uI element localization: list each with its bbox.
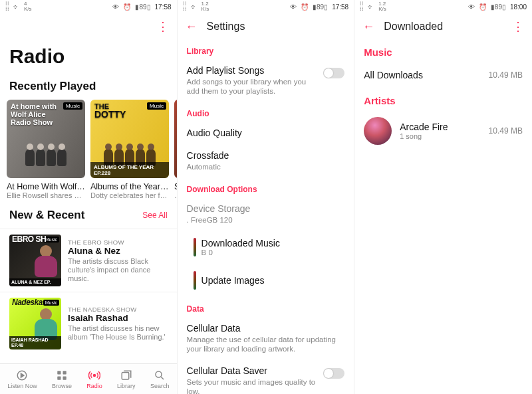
apple-music-badge-icon: Music <box>43 300 59 306</box>
play-circle-icon <box>16 369 28 381</box>
grid-icon <box>56 369 68 381</box>
battery-icon: ▮89▯ <box>491 3 506 11</box>
svg-rect-2 <box>63 371 66 374</box>
show-sub: Ellie Rowsell shares a… <box>7 191 85 199</box>
net-rate: 1.2K/s <box>201 1 209 12</box>
signal-icon: ⁞⁞⁞⁞ <box>5 1 9 12</box>
row-title: Crossfade <box>187 150 345 161</box>
show-sub: Dotty celebrates her f… <box>90 191 169 199</box>
signal-icon: ⁞⁞⁞⁞ <box>183 1 187 12</box>
row-subtitle: Sets your music and images quality to lo… <box>187 377 319 394</box>
show-tile[interactable] <box>174 100 177 178</box>
status-bar: ⁞⁞⁞⁞ ᯤ 1.2K/s 👁 ⏰ ▮89▯ 18:00 <box>354 0 532 13</box>
row-subtitle: Add songs to your library when you add t… <box>187 77 319 96</box>
svg-point-7 <box>156 371 162 377</box>
artist-avatar <box>364 117 392 145</box>
overflow-menu-icon[interactable]: ⋮ <box>157 23 169 30</box>
library-section-header: Library <box>178 40 354 60</box>
downloaded-music-row[interactable]: Downloaded Music B 0 <box>178 231 354 264</box>
download-section-header: Download Options <box>178 178 354 198</box>
wifi-icon: ᯤ <box>191 3 198 11</box>
appbar-title: Settings <box>207 21 245 33</box>
row-title: Cellular Data Saver <box>187 365 319 376</box>
tab-browse[interactable]: Browse <box>52 369 72 389</box>
wifi-icon: ᯤ <box>13 3 20 11</box>
alarm-icon: ⏰ <box>479 3 487 11</box>
crossfade-row[interactable]: Crossfade Automatic <box>178 145 354 178</box>
artist-size: 10.49 MB <box>489 126 523 136</box>
svg-rect-6 <box>122 372 129 379</box>
artist-name: Arcade Fire <box>400 122 480 132</box>
clock: 18:00 <box>510 3 527 11</box>
back-arrow-icon[interactable]: ← <box>186 20 198 34</box>
artist-row[interactable]: Arcade Fire 1 song 10.49 MB <box>354 110 532 151</box>
cellular-data-saver-row[interactable]: Cellular Data Saver Sets your music and … <box>178 360 354 394</box>
svg-rect-1 <box>57 371 61 374</box>
battery-icon: ▮89▯ <box>135 3 150 11</box>
show-title: At Home With Wolf Ali… <box>7 182 85 191</box>
status-bar: ⁞⁞⁞⁞ ᯤ 1.2K/s 👁 ⏰ ▮89▯ 17:58 <box>178 0 354 13</box>
screen-downloaded: ⁞⁞⁞⁞ ᯤ 1.2K/s 👁 ⏰ ▮89▯ 18:00 ← Downloade… <box>354 0 532 394</box>
svg-point-5 <box>94 374 96 376</box>
list-item[interactable]: Music Nadeska ISAIAH RASHAD EP.48 THE NA… <box>0 292 177 355</box>
tab-listen-now[interactable]: Listen Now <box>7 369 37 389</box>
switch-toggle[interactable] <box>323 68 344 78</box>
update-images-row[interactable]: Update Images <box>178 264 354 298</box>
switch-toggle[interactable] <box>323 368 344 379</box>
cellular-data-row[interactable]: Cellular Data Manage the use of cellular… <box>178 318 354 360</box>
tile-overlay-text: ALBUMS OF THE YEAR EP.228 <box>90 162 169 178</box>
alarm-icon: ⏰ <box>301 3 309 11</box>
show-tile[interactable]: Music At home withWolf AliceRadio Show <box>7 100 85 178</box>
audio-quality-row[interactable]: Audio Quality <box>178 122 354 145</box>
row-title: Add Playlist Songs <box>187 65 319 76</box>
clock: 17:58 <box>332 3 348 11</box>
tab-library[interactable]: Library <box>117 369 136 389</box>
show-title: Aluna & Nez <box>68 246 168 256</box>
screen-settings: ⁞⁞⁞⁞ ᯤ 1.2K/s 👁 ⏰ ▮89▯ 17:58 ← Settings … <box>178 0 355 394</box>
eye-icon: 👁 <box>468 3 475 11</box>
show-eyebrow: THE NADESKA SHOW <box>68 306 168 313</box>
recently-played-header: Recently Played <box>0 70 177 100</box>
show-title: S… <box>174 182 177 191</box>
new-recent-header: New & Recent See All <box>0 199 177 229</box>
music-section-header: Music <box>354 40 532 62</box>
list-item[interactable]: Music EBRO SH ALUNA & NEZ EP. THE EBRO S… <box>0 229 177 292</box>
show-card[interactable]: Music THEDOTTY ALBUMS OF THE YEAR EP.228… <box>90 100 169 199</box>
net-rate: 1.2K/s <box>378 1 386 12</box>
show-sub: … <box>174 191 177 199</box>
show-desc: The artist discusses his new album 'The … <box>68 324 168 342</box>
tab-radio[interactable]: Radio <box>86 369 102 389</box>
apple-music-badge-icon: Music <box>63 102 82 110</box>
row-subtitle: . FreeGB 120 <box>187 215 345 225</box>
artist-sub: 1 song <box>400 132 480 140</box>
tab-search[interactable]: Search <box>150 369 170 389</box>
album-strip-icon <box>194 238 196 256</box>
eye-icon: 👁 <box>112 3 119 11</box>
wifi-icon: ᯤ <box>368 3 374 11</box>
show-card-peek[interactable]: S… … <box>174 100 177 199</box>
see-all-link[interactable]: See All <box>142 211 167 220</box>
bottom-tab-bar: Listen Now Browse Radio Library Search <box>0 363 177 394</box>
alarm-icon: ⏰ <box>123 3 131 11</box>
svg-rect-4 <box>63 376 66 379</box>
back-arrow-icon[interactable]: ← <box>362 20 374 34</box>
search-icon <box>154 369 166 381</box>
show-card[interactable]: Music At home withWolf AliceRadio Show A… <box>7 100 85 199</box>
add-playlist-songs-row[interactable]: Add Playlist Songs Add songs to your lib… <box>178 60 354 102</box>
show-desc: The artists discuss Black culture's impa… <box>68 257 168 283</box>
row-title: Cellular Data <box>187 323 345 334</box>
eye-icon: 👁 <box>290 3 297 11</box>
overflow-menu-icon[interactable]: ⋮ <box>512 23 524 30</box>
data-section-header: Data <box>178 298 354 318</box>
recently-played-scroll[interactable]: Music At home withWolf AliceRadio Show A… <box>0 100 177 199</box>
svg-rect-3 <box>57 376 61 379</box>
row-title: Downloaded Music <box>201 238 345 248</box>
appbar-downloaded: ← Downloaded ⋮ <box>354 13 532 40</box>
all-downloads-row[interactable]: All Downloads 10.49 MB <box>354 62 532 88</box>
album-strip-icon <box>194 271 196 290</box>
show-tile[interactable]: Music THEDOTTY ALBUMS OF THE YEAR EP.228 <box>90 100 169 178</box>
row-subtitle: Automatic <box>187 162 345 171</box>
row-subtitle: Manage the use of cellular data for upda… <box>187 335 345 353</box>
page-title: Radio <box>0 40 177 70</box>
device-storage-row[interactable]: Device Storage . FreeGB 120 <box>178 198 354 231</box>
